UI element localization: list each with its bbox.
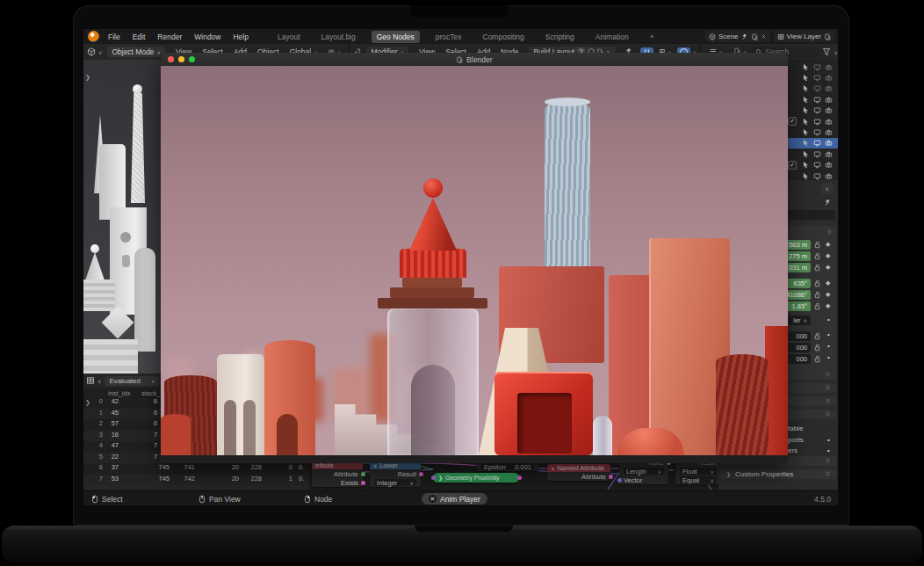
funnel-dropdown[interactable]: ∨ [834, 49, 837, 55]
lock-icon[interactable] [813, 241, 821, 249]
disable-render-camera-icon[interactable] [825, 139, 833, 147]
tab-animation[interactable]: Animation [590, 31, 634, 43]
menu-window[interactable]: Window [194, 33, 220, 41]
socket-result[interactable] [419, 472, 423, 476]
disable-render-camera-icon[interactable] [825, 161, 833, 169]
animate-dot[interactable]: • [827, 330, 830, 338]
named-attribute-node[interactable]: ∨Named Attribute Attribute [547, 464, 610, 481]
disable-render-camera-icon[interactable] [825, 96, 833, 104]
selectable-pointer-icon[interactable] [802, 96, 810, 104]
selectable-pointer-icon[interactable] [802, 150, 810, 158]
hide-viewport-monitor-icon[interactable] [813, 172, 821, 180]
column-inst-idx[interactable]: inst_idx [108, 389, 130, 397]
keyframe-diamond-icon[interactable]: ◆ [826, 252, 830, 259]
new-scene-icon[interactable] [751, 33, 758, 40]
scene-selector[interactable]: Scene [705, 31, 770, 42]
dataset-dropdown[interactable]: Evaluated∨ [105, 376, 159, 386]
length-dropdown[interactable]: Length∨ [624, 468, 664, 475]
hide-viewport-monitor-icon[interactable] [813, 139, 821, 147]
menu-edit[interactable]: Edit [133, 33, 146, 41]
hide-viewport-monitor-icon[interactable] [813, 106, 821, 114]
lock-icon[interactable] [813, 252, 821, 260]
hide-viewport-monitor-icon[interactable] [813, 161, 821, 169]
attribute-node-fragment[interactable]: tribute Attribute Exists [312, 461, 363, 487]
tab-scripting[interactable]: Scripting [540, 31, 580, 43]
lock-icon[interactable] [813, 344, 821, 352]
hide-viewport-monitor-icon[interactable] [813, 150, 821, 158]
socket-output[interactable] [517, 475, 522, 480]
socket-exists[interactable] [361, 481, 365, 485]
minimize-traffic-light[interactable] [178, 56, 184, 62]
disable-render-camera-icon[interactable] [825, 74, 833, 82]
socket-input[interactable] [431, 475, 436, 480]
close-traffic-light[interactable] [168, 56, 174, 62]
epsilon-node-fragment[interactable]: Epsilon0.001 [477, 462, 538, 471]
zoom-traffic-light[interactable] [189, 56, 195, 62]
checkbox[interactable]: ✓ [788, 161, 797, 170]
blender-logo-icon[interactable] [88, 31, 99, 42]
keyframe-diamond-icon[interactable]: ◆ [826, 264, 830, 271]
disable-render-camera-icon[interactable] [825, 106, 833, 114]
hide-viewport-monitor-icon[interactable] [813, 96, 821, 104]
stop-player-icon[interactable]: ✕ [429, 495, 437, 503]
table-row[interactable]: 6 37 745 741 20 228 0 0. [83, 463, 309, 474]
socket-attribute[interactable] [609, 475, 613, 479]
socket-attribute[interactable] [361, 472, 365, 476]
lock-icon[interactable] [813, 291, 821, 299]
tab-add-workspace[interactable]: + [645, 31, 660, 43]
render-window[interactable]: Blender [161, 53, 788, 463]
pin-icon[interactable] [741, 33, 748, 40]
lock-icon[interactable] [813, 264, 821, 272]
lock-icon[interactable] [813, 302, 821, 310]
mode-dropdown[interactable]: Object Mode∨ [107, 47, 165, 57]
selectable-pointer-icon[interactable] [802, 84, 810, 92]
menu-file[interactable]: File [108, 33, 120, 41]
close-icon[interactable] [761, 33, 767, 40]
disable-render-camera-icon[interactable] [825, 63, 833, 71]
funnel-filter-icon[interactable] [822, 47, 831, 56]
panel-drag-dots[interactable]: ⠿ [827, 229, 833, 236]
animate-dot[interactable]: • [827, 446, 830, 454]
custom-properties-panel[interactable]: ❯ Custom Properties ⠿ [720, 469, 836, 479]
animate-dot[interactable]: • [827, 316, 830, 323]
lock-icon[interactable] [813, 279, 821, 287]
animate-dot[interactable]: • [827, 436, 830, 444]
animate-dot[interactable]: • [827, 342, 830, 350]
menu-render[interactable]: Render [157, 33, 182, 41]
toolbar-expand-arrow[interactable]: ❯ [85, 74, 90, 81]
lower-node[interactable]: ∨Lower Result Integer∨ [370, 461, 421, 487]
pin-id-icon[interactable] [824, 199, 832, 207]
disable-render-camera-icon[interactable] [825, 172, 833, 180]
viewport-editor-type-icon[interactable] [87, 47, 96, 56]
hide-viewport-monitor-icon[interactable] [813, 128, 821, 136]
lock-icon[interactable] [813, 332, 821, 340]
spreadsheet-editor-type-icon[interactable] [86, 376, 95, 385]
geometry-proximity-node[interactable]: ❯ Geometry Proximity [433, 473, 519, 483]
selectable-pointer-icon[interactable] [802, 74, 810, 82]
render-window-titlebar[interactable]: Blender [161, 53, 788, 66]
tab-proctex[interactable]: procTex [430, 31, 467, 43]
anim-player-badge[interactable]: ✕ Anim Player [422, 493, 487, 504]
integer-dropdown[interactable]: Integer∨ [374, 479, 416, 486]
selectable-pointer-icon[interactable] [802, 128, 810, 136]
tab-layout-big[interactable]: Layout.big [316, 31, 361, 43]
socket-vector[interactable] [617, 478, 622, 483]
properties-options-dropdown[interactable]: ∨ [821, 183, 834, 194]
tab-compositing[interactable]: Compositing [478, 31, 530, 43]
epsilon-field[interactable]: Epsilon0.001 [481, 463, 534, 470]
menu-help[interactable]: Help [233, 33, 248, 41]
tab-layout[interactable]: Layout [272, 31, 306, 43]
tab-geo-nodes[interactable]: Geo Nodes [372, 31, 420, 43]
selectable-pointer-icon[interactable] [802, 139, 810, 147]
selectable-pointer-icon[interactable] [802, 118, 810, 126]
keyframe-diamond-icon[interactable]: ◆ [826, 291, 830, 298]
selectable-pointer-icon[interactable] [802, 106, 810, 114]
table-row[interactable]: 7 53 745 742 20 228 1 0. [83, 475, 309, 485]
hide-viewport-monitor-icon[interactable] [813, 74, 821, 82]
selectable-pointer-icon[interactable] [802, 63, 810, 71]
float-dropdown[interactable]: Float∨ [680, 468, 717, 475]
disable-render-camera-icon[interactable] [825, 118, 833, 126]
hide-viewport-monitor-icon[interactable] [813, 63, 821, 71]
checkbox[interactable]: ✓ [788, 117, 797, 126]
selectable-pointer-icon[interactable] [802, 172, 810, 180]
